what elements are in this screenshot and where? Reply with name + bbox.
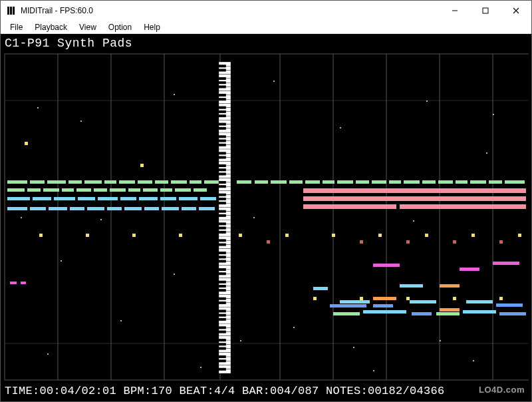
svg-rect-69 [456,180,467,184]
svg-rect-32 [293,327,295,328]
svg-rect-90 [120,197,136,200]
svg-rect-75 [43,188,59,192]
svg-rect-125 [412,312,432,315]
svg-rect-139 [285,234,289,237]
svg-rect-86 [33,197,51,200]
hud-channel-label: C1-P91 Synth Pads [5,37,132,50]
svg-rect-79 [110,188,126,192]
svg-rect-29 [120,320,122,321]
menu-view[interactable]: View [74,21,102,33]
svg-rect-149 [499,240,503,244]
svg-rect-2 [13,7,15,15]
svg-rect-41 [253,217,255,218]
svg-rect-51 [138,180,152,184]
svg-rect-67 [422,180,436,184]
svg-rect-255 [219,210,226,213]
svg-rect-65 [389,180,401,184]
svg-rect-136 [132,234,136,237]
svg-rect-245 [219,152,226,154]
svg-rect-247 [219,164,226,167]
svg-rect-43 [486,152,487,154]
svg-rect-30 [174,274,175,275]
svg-rect-275 [219,326,226,329]
svg-rect-260 [219,239,226,242]
svg-rect-277 [219,339,226,341]
svg-rect-40 [100,219,102,220]
svg-rect-146 [360,240,363,244]
svg-rect-231 [219,69,226,71]
svg-rect-113 [460,268,479,271]
svg-rect-249 [219,172,226,175]
menu-option[interactable]: Option [103,21,137,33]
svg-rect-112 [373,264,400,267]
maximize-button[interactable] [470,1,501,20]
grid-lines [5,54,529,380]
svg-rect-250 [219,181,226,184]
svg-rect-134 [39,234,43,237]
svg-rect-144 [518,234,521,237]
svg-rect-110 [10,282,17,284]
svg-rect-84 [194,188,207,192]
svg-rect-242 [219,135,226,138]
svg-rect-279 [219,347,226,350]
svg-rect-142 [425,234,428,237]
svg-rect-143 [471,234,475,237]
svg-rect-25 [340,127,341,128]
svg-rect-140 [332,234,335,237]
svg-rect-89 [98,197,118,200]
svg-rect-262 [219,252,226,254]
svg-rect-237 [219,106,226,109]
close-button[interactable] [501,1,531,20]
svg-rect-118 [373,304,393,307]
svg-rect-85 [7,197,30,200]
svg-rect-76 [62,188,74,192]
svg-rect-123 [333,312,360,315]
svg-rect-42 [413,220,414,222]
svg-rect-100 [107,207,122,210]
svg-rect-132 [25,142,28,145]
svg-rect-274 [219,318,226,321]
svg-rect-70 [470,180,486,184]
svg-rect-276 [219,331,226,333]
svg-rect-130 [400,284,423,288]
svg-rect-45 [30,180,45,184]
svg-rect-147 [406,240,410,244]
svg-rect-151 [360,297,363,300]
minimize-button[interactable] [440,1,470,20]
app-icon [6,5,17,16]
svg-rect-21 [37,107,39,108]
svg-rect-259 [219,231,226,234]
svg-rect-244 [219,144,226,146]
svg-rect-141 [378,234,382,237]
svg-rect-66 [404,180,420,184]
svg-rect-88 [78,197,95,200]
svg-rect-127 [463,310,496,313]
midi-viewport[interactable]: C1-P91 Synth Pads TIME:00:04/02:01 BPM:1… [1,34,531,401]
menu-file[interactable]: File [5,21,28,33]
svg-rect-257 [219,222,226,225]
svg-rect-23 [174,94,175,95]
svg-rect-252 [219,194,226,196]
svg-rect-46 [47,180,66,184]
svg-rect-264 [219,260,226,263]
svg-rect-265 [219,268,226,271]
svg-rect-44 [7,180,27,184]
menu-help[interactable]: Help [138,21,166,33]
svg-rect-128 [499,312,526,315]
svg-rect-239 [219,114,226,117]
svg-rect-111 [21,282,26,284]
menu-playback[interactable]: Playback [29,21,72,33]
svg-rect-71 [489,180,502,184]
svg-rect-50 [119,180,135,184]
svg-rect-92 [160,197,176,200]
svg-rect-138 [239,234,242,237]
svg-rect-240 [219,123,226,126]
svg-rect-236 [219,98,226,100]
svg-rect-241 [219,127,226,130]
svg-rect-235 [219,94,226,97]
svg-rect-268 [219,285,226,288]
midi-notes [7,142,526,315]
svg-rect-253 [219,198,226,200]
svg-rect-60 [305,180,320,184]
svg-rect-59 [289,180,303,184]
